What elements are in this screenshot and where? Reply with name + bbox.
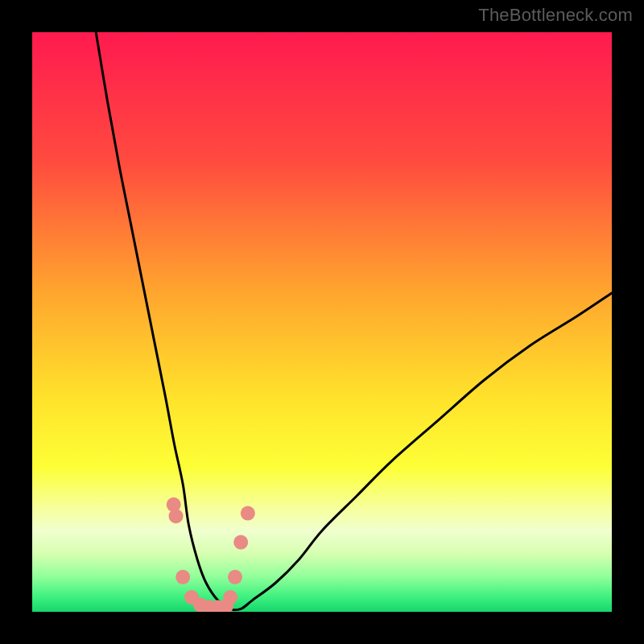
curve-layer	[32, 32, 612, 612]
marker-dot	[241, 506, 255, 521]
plot-area	[32, 32, 612, 612]
marker-dot	[228, 570, 242, 584]
bottleneck-curve	[96, 32, 612, 610]
marker-dot	[175, 570, 190, 584]
marker-dot	[223, 590, 237, 605]
marker-dots	[167, 497, 255, 612]
marker-dot	[233, 535, 248, 550]
marker-dot	[169, 509, 184, 523]
watermark-text: TheBottleneck.com	[478, 5, 633, 26]
chart-frame: TheBottleneck.com	[0, 0, 644, 644]
